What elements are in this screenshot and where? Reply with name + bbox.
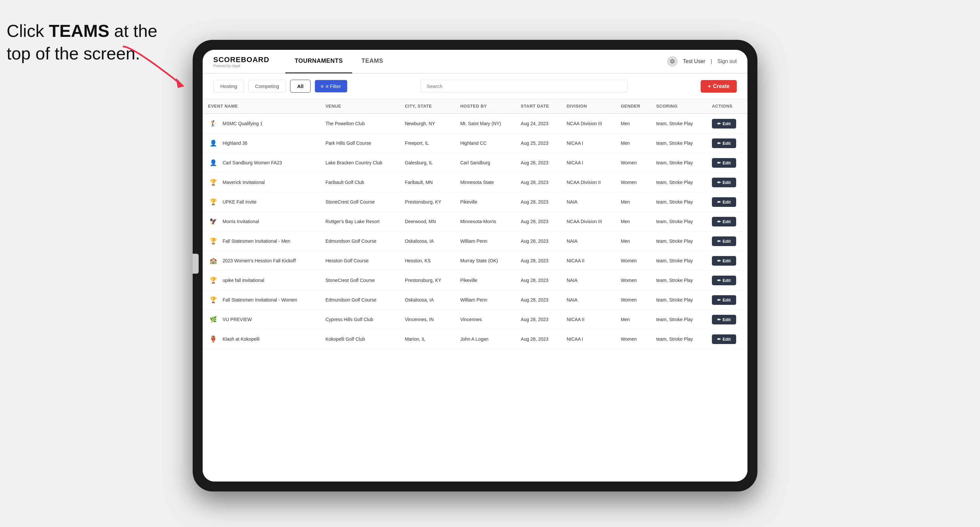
table-row: 👤 Highland 36 Park Hills Golf Course Fre… <box>203 133 748 153</box>
filter-icon: ≡ <box>321 83 324 89</box>
event-name-text: Carl Sandburg Women FA23 <box>223 160 282 165</box>
hosting-filter-button[interactable]: Hosting <box>213 80 244 93</box>
logo-title: SCOREBOARD <box>213 56 269 64</box>
edit-icon: ✏ <box>717 278 721 283</box>
col-gender: GENDER <box>616 99 651 114</box>
edit-button[interactable]: ✏ Edit <box>712 158 736 168</box>
nav-tabs: TOURNAMENTS TEAMS <box>285 50 667 73</box>
cell-venue: Faribault Golf Club <box>320 173 399 192</box>
col-division: DIVISION <box>562 99 616 114</box>
cell-division: NICAA II <box>562 310 616 329</box>
cell-city: Deerwood, MN <box>399 212 455 232</box>
edit-icon: ✏ <box>717 141 721 146</box>
cell-hosted-by: William Penn <box>455 290 515 310</box>
cell-division: NICAA I <box>562 329 616 349</box>
cell-hosted-by: William Penn <box>455 232 515 251</box>
edit-button[interactable]: ✏ Edit <box>712 178 736 187</box>
edit-button[interactable]: ✏ Edit <box>712 138 736 148</box>
cell-division: NAIA <box>562 232 616 251</box>
cell-venue: Lake Bracken Country Club <box>320 153 399 173</box>
cell-scoring: team, Stroke Play <box>651 290 706 310</box>
cell-date: Aug 24, 2023 <box>515 114 562 133</box>
cell-city: Marion, IL <box>399 329 455 349</box>
cell-division: NCAA Division III <box>562 114 616 133</box>
cell-actions: ✏ Edit <box>706 192 748 212</box>
cell-date: Aug 28, 2023 <box>515 192 562 212</box>
cell-venue: StoneCrest Golf Course <box>320 192 399 212</box>
cell-gender: Men <box>616 310 651 329</box>
cell-hosted-by: Pikeville <box>455 271 515 290</box>
tab-tournaments[interactable]: TOURNAMENTS <box>285 50 352 73</box>
cell-scoring: team, Stroke Play <box>651 153 706 173</box>
cell-date: Aug 28, 2023 <box>515 251 562 271</box>
edit-icon: ✏ <box>717 317 721 322</box>
col-actions: ACTIONS <box>706 99 748 114</box>
nav-right: ⚙ Test User | Sign out <box>667 56 737 67</box>
edit-button[interactable]: ✏ Edit <box>712 295 736 305</box>
nav-separator: | <box>711 59 712 64</box>
team-icon: 🌿 <box>208 314 219 325</box>
cell-hosted-by: Minnesota-Morris <box>455 212 515 232</box>
edit-button[interactable]: ✏ Edit <box>712 256 736 266</box>
cell-division: NCAA Division II <box>562 173 616 192</box>
cell-hosted-by: John A Logan <box>455 329 515 349</box>
edit-button[interactable]: ✏ Edit <box>712 276 736 285</box>
team-icon: 🏺 <box>208 334 219 344</box>
cell-scoring: team, Stroke Play <box>651 271 706 290</box>
edit-icon: ✏ <box>717 160 721 165</box>
cell-gender: Men <box>616 232 651 251</box>
sign-out-link[interactable]: Sign out <box>717 59 737 64</box>
event-name-text: UPKE Fall Invite <box>223 199 256 205</box>
edit-button[interactable]: ✏ Edit <box>712 237 736 246</box>
cell-hosted-by: Minnesota State <box>455 173 515 192</box>
create-button[interactable]: + Create <box>701 80 737 93</box>
search-input[interactable] <box>420 80 628 93</box>
table-row: 🏆 upike fall invitational StoneCrest Gol… <box>203 271 748 290</box>
filter-button[interactable]: ≡ ≡ Filter <box>315 80 347 93</box>
cell-event-name: 🏆 upike fall invitational <box>203 271 320 290</box>
event-name-text: 2023 Women's Hesston Fall Kickoff <box>223 258 296 264</box>
cell-venue: Ruttger's Bay Lake Resort <box>320 212 399 232</box>
cell-venue: The Powelton Club <box>320 114 399 133</box>
event-name-text: VU PREVIEW <box>223 317 252 322</box>
cell-venue: Park Hills Golf Course <box>320 133 399 153</box>
cell-date: Aug 28, 2023 <box>515 271 562 290</box>
search-container <box>352 80 697 93</box>
cell-hosted-by: Murray State (OK) <box>455 251 515 271</box>
settings-icon[interactable]: ⚙ <box>667 56 678 67</box>
event-name-text: Morris Invitational <box>223 219 259 224</box>
cell-division: NAIA <box>562 271 616 290</box>
edit-button[interactable]: ✏ Edit <box>712 315 736 324</box>
edit-button[interactable]: ✏ Edit <box>712 119 736 129</box>
cell-gender: Women <box>616 153 651 173</box>
team-icon: 👤 <box>208 157 219 168</box>
event-name-text: Fall Statesmen Invitational - Women <box>223 297 298 303</box>
table-row: 🏫 2023 Women's Hesston Fall Kickoff Hess… <box>203 251 748 271</box>
cell-division: NICAA II <box>562 251 616 271</box>
edit-button[interactable]: ✏ Edit <box>712 217 736 227</box>
cell-city: Prestonsburg, KY <box>399 192 455 212</box>
cell-actions: ✏ Edit <box>706 329 748 349</box>
edit-button[interactable]: ✏ Edit <box>712 197 736 207</box>
edit-icon: ✏ <box>717 180 721 185</box>
edit-button[interactable]: ✏ Edit <box>712 334 736 344</box>
table-row: 🏌 MSMC Qualifying 1 The Powelton Club Ne… <box>203 114 748 133</box>
cell-city: Newburgh, NY <box>399 114 455 133</box>
table-header: EVENT NAME VENUE CITY, STATE HOSTED BY S… <box>203 99 748 114</box>
team-icon: 🏫 <box>208 256 219 266</box>
cell-event-name: 🏆 UPKE Fall Invite <box>203 192 320 212</box>
toolbar: Hosting Competing All ≡ ≡ Filter + Creat… <box>203 74 748 99</box>
all-filter-button[interactable]: All <box>290 80 310 93</box>
event-name-text: Highland 36 <box>223 140 248 146</box>
cell-actions: ✏ Edit <box>706 173 748 192</box>
col-city-state: CITY, STATE <box>399 99 455 114</box>
side-tab <box>192 254 199 274</box>
tab-teams[interactable]: TEAMS <box>352 50 393 73</box>
event-name-text: Klash at Kokopelli <box>223 337 259 342</box>
edit-icon: ✏ <box>717 200 721 205</box>
cell-city: Hesston, KS <box>399 251 455 271</box>
competing-filter-button[interactable]: Competing <box>248 80 286 93</box>
cell-event-name: 🏆 Fall Statesmen Invitational - Women <box>203 290 320 310</box>
cell-city: Prestonsburg, KY <box>399 271 455 290</box>
cell-scoring: team, Stroke Play <box>651 329 706 349</box>
